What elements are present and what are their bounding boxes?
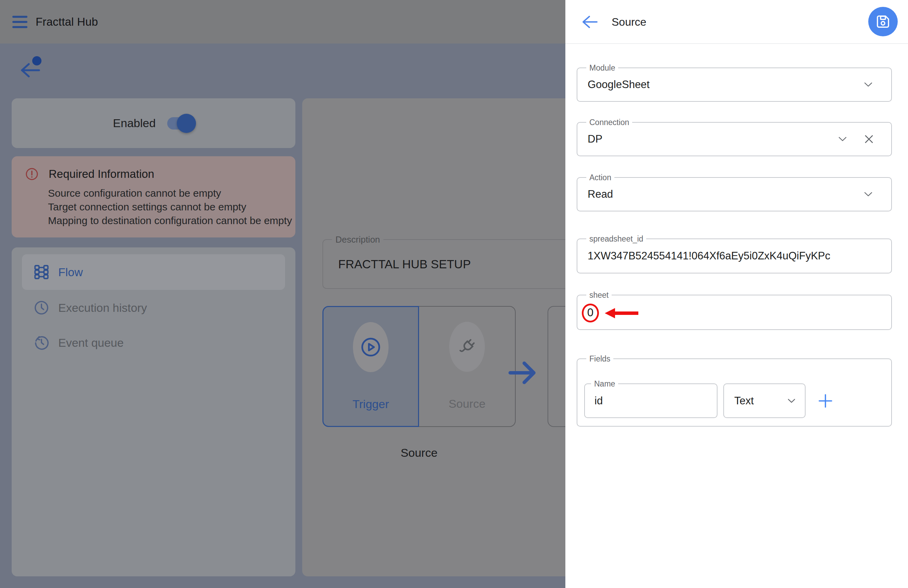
- alert-title: Required Information: [49, 168, 154, 180]
- chevron-down-icon: [788, 398, 795, 403]
- module-value: GoogleSheet: [588, 79, 650, 91]
- action-select[interactable]: Action Read: [577, 177, 892, 211]
- spreadsheet-id-label: spreadsheet_id: [586, 234, 646, 243]
- sheet-label: sheet: [586, 291, 612, 300]
- chevron-down-icon: [864, 192, 873, 197]
- clock-icon: [34, 300, 49, 316]
- chevron-down-icon: [864, 82, 873, 87]
- spreadsheet-id-value: 1XW347B524554141!064Xf6aEy5i0ZxK4uQiFyKP…: [588, 250, 830, 262]
- history-icon: [34, 335, 49, 351]
- enabled-label: Enabled: [113, 116, 156, 130]
- app-title: Fracttal Hub: [35, 15, 98, 29]
- nav-card: Flow Execution history Event queue: [12, 247, 295, 576]
- menu-icon[interactable]: [12, 16, 27, 28]
- enabled-card: Enabled: [12, 98, 295, 148]
- play-circle-icon: [360, 337, 382, 358]
- notification-dot: [32, 56, 42, 66]
- annotation-circle: [582, 304, 599, 322]
- add-field-button[interactable]: [818, 393, 833, 408]
- save-icon: [876, 14, 890, 29]
- trigger-bubble: [353, 322, 388, 372]
- source-drawer: Source Module GoogleSheet Connecti: [565, 0, 908, 588]
- screen: Fracttal Hub Enabled Re: [0, 0, 908, 588]
- nav-item-label: Execution history: [58, 301, 147, 314]
- source-node[interactable]: Source: [419, 306, 516, 427]
- connection-value: DP: [588, 133, 602, 145]
- next-node-partial[interactable]: [547, 306, 565, 427]
- nav-item-label: Flow: [58, 266, 83, 279]
- flow-group-label: Source: [322, 446, 516, 459]
- description-field[interactable]: Description FRACTTAL HUB SETUP: [322, 239, 565, 289]
- workflow-icon: [34, 264, 49, 280]
- trigger-node[interactable]: Trigger: [322, 306, 419, 427]
- spreadsheet-id-input[interactable]: spreadsheet_id 1XW347B524554141!064Xf6aE…: [577, 238, 892, 274]
- nav-item-execution-history[interactable]: Execution history: [34, 299, 147, 316]
- chevron-down-icon: [839, 137, 847, 142]
- plug-icon: [457, 337, 477, 357]
- app-header: Fracttal Hub: [0, 0, 565, 43]
- alert-line: Mapping to destination configuration can…: [48, 214, 292, 227]
- nav-item-event-queue[interactable]: Event queue: [34, 334, 124, 351]
- save-button[interactable]: [868, 7, 898, 36]
- action-label: Action: [586, 173, 614, 182]
- module-label: Module: [586, 63, 618, 72]
- flow-connector-arrow-icon: [509, 358, 536, 388]
- action-value: Read: [588, 188, 613, 200]
- required-info-alert: Required Information Source configuratio…: [12, 156, 295, 237]
- drawer-back-icon[interactable]: [582, 15, 598, 29]
- trigger-label: Trigger: [324, 398, 418, 411]
- flow-canvas: Description FRACTTAL HUB SETUP Trigger: [302, 98, 565, 576]
- drawer-title: Source: [612, 0, 646, 44]
- flow-node-pair: Trigger Source: [322, 306, 516, 427]
- field-name-label: Name: [591, 379, 618, 388]
- error-icon: [25, 168, 39, 180]
- source-bubble: [449, 322, 485, 372]
- connection-select[interactable]: Connection DP: [577, 122, 892, 156]
- alert-line: Source configuration cannot be empty: [48, 187, 292, 200]
- nav-item-flow[interactable]: Flow: [22, 254, 285, 290]
- nav-item-label: Event queue: [58, 336, 124, 350]
- description-label: Description: [332, 235, 383, 244]
- module-select[interactable]: Module GoogleSheet: [577, 68, 892, 102]
- field-name-input[interactable]: Name id: [584, 383, 718, 418]
- alert-line: Target connection settings cannot be emp…: [48, 200, 292, 214]
- connection-label: Connection: [586, 118, 632, 127]
- page-back[interactable]: [20, 56, 47, 80]
- description-value: FRACTTAL HUB SETUP: [338, 257, 471, 271]
- field-name-value: id: [594, 395, 603, 407]
- annotation-arrow-icon: [605, 308, 638, 319]
- enabled-toggle[interactable]: [167, 117, 194, 130]
- source-node-label: Source: [419, 397, 515, 411]
- main-app-dimmed: Fracttal Hub Enabled Re: [0, 0, 565, 588]
- field-type-select[interactable]: Text: [723, 383, 805, 418]
- clear-icon[interactable]: [864, 134, 874, 144]
- fields-group-label: Fields: [586, 354, 613, 363]
- sheet-input[interactable]: sheet 0: [577, 295, 892, 330]
- drawer-header: Source: [565, 0, 908, 44]
- fields-group: Fields Name id Text: [577, 358, 892, 427]
- field-type-value: Text: [734, 395, 754, 407]
